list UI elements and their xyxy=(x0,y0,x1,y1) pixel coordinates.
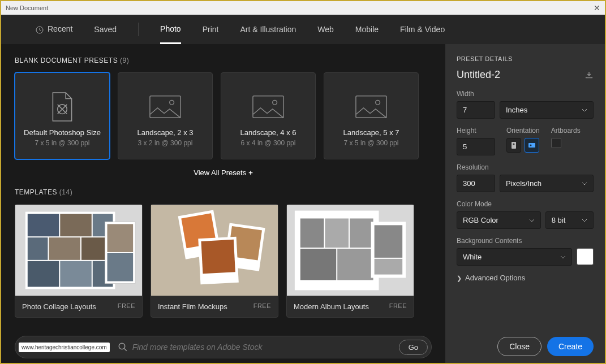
svg-line-42 xyxy=(124,348,127,351)
image-icon xyxy=(149,94,182,119)
tab-separator xyxy=(138,23,139,36)
template-price: FREE xyxy=(253,302,271,311)
svg-rect-18 xyxy=(28,261,59,287)
svg-rect-34 xyxy=(325,219,349,248)
artboards-checkbox[interactable] xyxy=(551,138,561,148)
chevron-down-icon xyxy=(582,107,587,113)
background-dropdown[interactable]: White xyxy=(457,248,572,266)
close-button[interactable]: Close xyxy=(497,337,541,356)
category-tabs: Recent Saved Photo Print Art & Illustrat… xyxy=(1,15,605,44)
orientation-landscape-button[interactable] xyxy=(525,138,539,153)
tab-recent[interactable]: Recent xyxy=(35,15,72,43)
preset-name: Landscape, 4 x 6 xyxy=(240,128,296,137)
height-input[interactable] xyxy=(457,138,495,155)
chevron-down-icon xyxy=(582,218,587,223)
search-icon xyxy=(118,342,128,352)
colormode-label: Color Mode xyxy=(457,200,594,208)
search-bar: www.heritagechristiancollege.com Go xyxy=(15,336,432,358)
chevron-down-icon xyxy=(560,254,566,260)
svg-rect-15 xyxy=(28,237,48,260)
svg-point-44 xyxy=(513,144,515,145)
svg-point-9 xyxy=(376,100,380,105)
template-thumbnail xyxy=(287,205,414,296)
preset-meta: 7 x 5 in @ 300 ppi xyxy=(35,139,90,147)
artboards-label: Artboards xyxy=(551,127,581,135)
width-unit-dropdown[interactable]: Inches xyxy=(500,101,594,119)
document-icon xyxy=(50,92,74,122)
preset-landscape-5x7[interactable]: Landscape, 5 x 7 7 x 5 in @ 300 ppi xyxy=(324,72,419,159)
landscape-icon xyxy=(528,141,536,149)
image-icon xyxy=(252,94,285,119)
svg-rect-12 xyxy=(28,214,59,237)
preset-name: Landscape, 2 x 3 xyxy=(137,128,193,137)
tab-web[interactable]: Web xyxy=(317,16,334,43)
svg-rect-33 xyxy=(300,219,324,248)
template-modern-album-layouts[interactable]: Modern Album Layouts FREE xyxy=(286,204,414,318)
preset-name: Default Photoshop Size xyxy=(24,128,101,137)
svg-point-5 xyxy=(170,100,174,105)
svg-point-7 xyxy=(273,100,277,105)
preset-landscape-4x6[interactable]: Landscape, 4 x 6 6 x 4 in @ 300 ppi xyxy=(221,72,316,159)
template-thumbnail xyxy=(151,205,278,296)
document-title[interactable]: Untitled-2 xyxy=(457,69,500,81)
svg-point-46 xyxy=(530,145,532,146)
go-button[interactable]: Go xyxy=(399,340,428,355)
chevron-down-icon xyxy=(582,181,587,187)
resolution-label: Resolution xyxy=(457,163,594,171)
svg-rect-30 xyxy=(201,240,235,274)
template-instant-film-mockups[interactable]: Instant Film Mockups FREE xyxy=(151,204,278,318)
svg-rect-43 xyxy=(512,142,516,149)
svg-rect-35 xyxy=(350,219,373,248)
template-price: FREE xyxy=(389,302,407,311)
save-preset-icon[interactable] xyxy=(584,71,594,80)
orientation-portrait-button[interactable] xyxy=(506,138,521,153)
presets-heading: BLANK DOCUMENT PRESETS (9) xyxy=(15,57,432,64)
svg-rect-23 xyxy=(108,253,134,281)
image-icon xyxy=(355,94,388,119)
preset-meta: 7 x 5 in @ 300 ppi xyxy=(344,139,399,147)
preset-default-photoshop-size[interactable]: Default Photoshop Size 7 x 5 in @ 300 pp… xyxy=(15,72,110,159)
svg-rect-19 xyxy=(60,261,92,287)
width-label: Width xyxy=(457,90,594,98)
chevron-right-icon: ❯ xyxy=(457,275,462,281)
close-icon[interactable]: ✕ xyxy=(594,3,600,12)
template-photo-collage-layouts[interactable]: Photo Collage Layouts FREE xyxy=(15,204,143,318)
tab-mobile[interactable]: Mobile xyxy=(355,16,379,43)
tab-print[interactable]: Print xyxy=(203,16,219,43)
template-thumbnail xyxy=(15,205,142,296)
preset-details-heading: PRESET DETAILS xyxy=(457,55,594,62)
svg-rect-22 xyxy=(108,224,134,252)
resolution-unit-dropdown[interactable]: Pixels/Inch xyxy=(500,175,594,192)
colordepth-dropdown[interactable]: 8 bit xyxy=(545,211,594,229)
svg-rect-39 xyxy=(375,225,403,257)
tab-art[interactable]: Art & Illustration xyxy=(240,16,296,43)
width-input[interactable] xyxy=(457,101,495,119)
tab-photo[interactable]: Photo xyxy=(160,15,181,44)
svg-rect-40 xyxy=(375,259,403,275)
resolution-input[interactable] xyxy=(457,175,495,192)
preset-meta: 3 x 2 in @ 300 ppi xyxy=(138,139,193,147)
colormode-dropdown[interactable]: RGB Color xyxy=(457,211,541,229)
svg-rect-13 xyxy=(60,214,92,237)
template-name: Modern Album Layouts xyxy=(294,302,369,311)
preset-landscape-2x3[interactable]: Landscape, 2 x 3 3 x 2 in @ 300 ppi xyxy=(118,72,213,159)
tab-saved[interactable]: Saved xyxy=(94,16,117,43)
search-input[interactable] xyxy=(132,343,399,352)
svg-rect-16 xyxy=(49,237,80,260)
advanced-options-toggle[interactable]: ❯Advanced Options xyxy=(457,274,594,282)
template-price: FREE xyxy=(118,302,135,311)
create-button[interactable]: Create xyxy=(547,337,594,356)
height-label: Height xyxy=(457,127,495,135)
templates-heading: TEMPLATES (14) xyxy=(15,188,432,196)
tab-film[interactable]: Film & Video xyxy=(400,16,445,43)
template-name: Instant Film Mockups xyxy=(158,302,227,311)
window-titlebar: New Document ✕ xyxy=(1,1,605,15)
background-color-swatch[interactable] xyxy=(577,248,594,265)
orientation-label: Orientation xyxy=(506,127,540,135)
view-all-presets-button[interactable]: View All Presets+ xyxy=(15,168,432,177)
preset-meta: 6 x 4 in @ 300 ppi xyxy=(241,139,296,147)
watermark-label: www.heritagechristiancollege.com xyxy=(19,343,110,352)
plus-icon: + xyxy=(248,168,253,177)
preset-name: Landscape, 5 x 7 xyxy=(343,128,399,137)
window-title: New Document xyxy=(6,5,48,11)
